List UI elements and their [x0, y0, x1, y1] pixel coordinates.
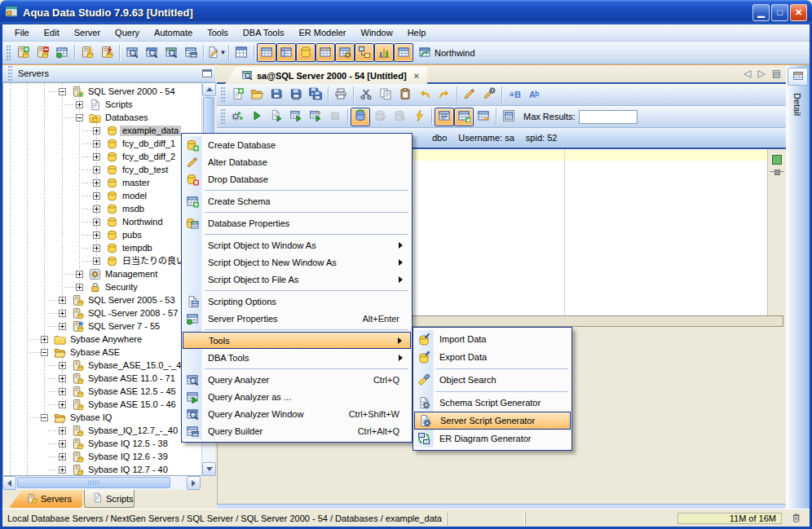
menu-item-er-diagram-generator[interactable]: ER Diagram Generator: [414, 430, 571, 447]
results-export-button[interactable]: [474, 108, 493, 126]
reconnect-button[interactable]: [409, 108, 429, 126]
tree-expander-minus[interactable]: [41, 349, 48, 356]
tree-item-label[interactable]: Sybase IQ: [68, 412, 114, 423]
query-builder-button[interactable]: [181, 43, 201, 62]
copy-button[interactable]: [376, 86, 395, 104]
menu-item-query-analyzer[interactable]: Query AnalyzerCtrl+Q: [183, 371, 411, 388]
hscroll-thumb[interactable]: [17, 477, 170, 488]
open-script-button[interactable]: ▼: [206, 43, 226, 62]
tree-expander-plus[interactable]: [93, 218, 100, 226]
tree-expander-plus[interactable]: [93, 179, 100, 187]
tree-expander-plus[interactable]: [93, 205, 100, 213]
maximize-button[interactable]: □: [771, 4, 788, 21]
menu-automate[interactable]: Automate: [147, 26, 200, 39]
tree-item-sql-server-2000-54[interactable]: SQL Server 2000 - 54: [3, 86, 215, 99]
tree-item-label[interactable]: Sybase ASE: [68, 347, 122, 358]
tree-expander-plus[interactable]: [59, 375, 66, 382]
tree-item-scripts[interactable]: Scripts: [3, 99, 215, 112]
menu-dba-tools[interactable]: DBA Tools: [236, 26, 292, 39]
execute-export-button[interactable]: [306, 108, 325, 126]
database-combo[interactable]: Northwind: [418, 46, 475, 60]
tree-item-label[interactable]: Sybase Anywhere: [68, 334, 144, 345]
tree-item-label[interactable]: fcy_db_diff_1: [120, 139, 178, 149]
results-text-button[interactable]: [435, 108, 454, 126]
tree-item-label[interactable]: example_data: [120, 126, 181, 136]
tab-close-icon[interactable]: ×: [414, 71, 419, 81]
tree-expander-plus[interactable]: [93, 245, 100, 252]
disconnect-server-button[interactable]: [97, 43, 117, 62]
tree-expander-plus[interactable]: [76, 271, 83, 278]
tree-item-label[interactable]: Security: [103, 282, 140, 293]
view-matrix-button[interactable]: [394, 43, 413, 62]
tree-item-label[interactable]: tempdb: [120, 243, 155, 253]
menu-er-modeler[interactable]: ER Modeler: [291, 26, 353, 39]
menu-item-script-object-to-file-as[interactable]: Script Object to File As: [183, 271, 411, 288]
view-database-button[interactable]: [296, 43, 316, 62]
new-file-button[interactable]: [227, 86, 247, 104]
menu-window[interactable]: Window: [354, 26, 400, 39]
minimize-button[interactable]: ▁: [752, 4, 770, 21]
tree-item-label[interactable]: Sybase ASE 15.0 - 46: [86, 399, 179, 410]
tree-expander-plus[interactable]: [59, 310, 66, 317]
pin-grid-button[interactable]: [499, 108, 519, 126]
menu-item-export-data[interactable]: Export Data: [414, 348, 571, 366]
save-as-button[interactable]: [286, 86, 306, 104]
toolbar-grip[interactable]: [7, 46, 11, 60]
commit-button[interactable]: [370, 108, 390, 126]
tree-expander-plus[interactable]: [41, 336, 48, 343]
tree-expander-plus[interactable]: [59, 427, 66, 434]
menu-item-import-data[interactable]: Import Data: [414, 330, 571, 348]
panel-tab-scripts[interactable]: Scripts: [84, 490, 135, 508]
open-file-button[interactable]: [247, 86, 267, 104]
view-chart-button[interactable]: [374, 43, 394, 62]
tree-expander-plus[interactable]: [59, 323, 66, 330]
view-procedures-button[interactable]: [335, 43, 355, 62]
menu-item-dba-tools[interactable]: DBA Tools: [183, 349, 411, 366]
tree-expander-plus[interactable]: [93, 192, 100, 200]
toolbar-grip[interactable]: [221, 87, 225, 102]
unregister-server-button[interactable]: [33, 43, 52, 62]
scroll-left-button[interactable]: [2, 476, 16, 490]
view-detail-button[interactable]: [276, 43, 296, 62]
auto-commit-button[interactable]: [351, 108, 370, 126]
tree-expander-minus[interactable]: [76, 114, 83, 121]
format-options-button[interactable]: [479, 86, 499, 104]
scroll-up-button[interactable]: [202, 82, 216, 96]
menu-item-query-builder[interactable]: Query BuilderCtrl+Alt+Q: [183, 422, 411, 439]
splitter-handle[interactable]: [770, 171, 784, 172]
tree-item-label[interactable]: Scripts: [103, 99, 135, 110]
connect-server-button[interactable]: [77, 43, 97, 62]
tree-item-label[interactable]: 日当たりの良い: [120, 256, 188, 267]
redo-button[interactable]: [435, 86, 454, 104]
tree-expander-plus[interactable]: [76, 101, 83, 108]
menu-item-server-properties[interactable]: Server PropertiesAlt+Enter: [183, 310, 411, 327]
max-results-input[interactable]: [579, 110, 638, 124]
paste-button[interactable]: [395, 86, 415, 104]
float-panel-icon[interactable]: [202, 69, 212, 77]
tree-item-label[interactable]: fcy_db_test: [120, 165, 170, 175]
tree-expander-plus[interactable]: [93, 127, 100, 134]
query-window-button[interactable]: [161, 43, 181, 62]
toolbar-grip[interactable]: [221, 109, 225, 124]
menu-item-database-properties[interactable]: Database Properties: [183, 214, 411, 231]
tree-item-label[interactable]: Sybase IQ 12.6 - 39: [86, 452, 170, 462]
tree-item-label[interactable]: SQL -Server 2008 - 57: [86, 308, 180, 319]
query-window-tab[interactable]: sa@SQL Server 2000 - 54 [Untitled] ×: [225, 67, 427, 84]
view-grid-button[interactable]: [316, 43, 335, 62]
tree-expander-plus[interactable]: [59, 453, 66, 461]
menu-tools[interactable]: Tools: [200, 26, 236, 39]
tree-item-sybase-iq-12-7-40[interactable]: Sybase IQ 12.7 - 40: [3, 464, 215, 476]
tree-item-label[interactable]: Databases: [103, 112, 151, 123]
execute-grid-button[interactable]: [286, 108, 306, 126]
uppercase-button[interactable]: Ab: [524, 86, 544, 104]
menu-item-object-search[interactable]: Object Search: [414, 371, 571, 389]
save-all-button[interactable]: [306, 86, 325, 104]
tree-item-label[interactable]: msdb: [120, 204, 147, 214]
menu-item-drop-database[interactable]: Drop Database: [183, 170, 411, 187]
tree-expander-minus[interactable]: [59, 88, 66, 95]
menu-server[interactable]: Server: [67, 26, 108, 39]
lowercase-button[interactable]: aB: [505, 86, 524, 104]
garbage-collect-button[interactable]: [782, 511, 810, 525]
menu-item-schema-script-generator[interactable]: Schema Script Generator: [414, 394, 571, 412]
tree-expander-minus[interactable]: [41, 414, 48, 421]
